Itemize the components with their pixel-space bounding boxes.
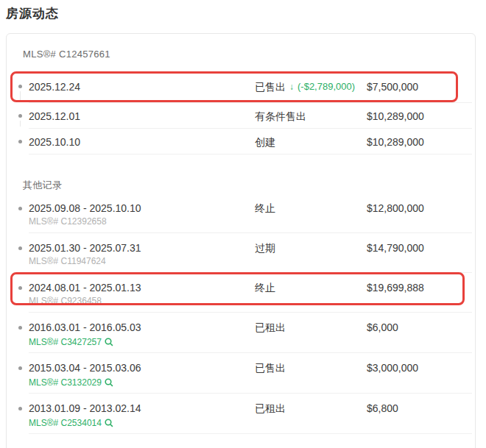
- bullet-dot-icon: [18, 114, 22, 118]
- row-price: $10,289,000: [367, 135, 472, 149]
- timeline-row: 2025.12.01有条件售出$10,289,000: [18, 103, 472, 129]
- bullet-dot-icon: [18, 207, 22, 210]
- mls-sub-label: MLS®# C11947624: [29, 256, 255, 266]
- timeline-row: 2025.09.08 - 2025.10.10MLS®# C12392658终止…: [18, 193, 472, 233]
- row-date-cell: 2025.09.08 - 2025.10.10MLS®# C12392658: [29, 201, 255, 227]
- mls-sub-label: MLS®# C9236458: [29, 296, 255, 306]
- row-date: 2016.03.01 - 2016.05.03: [29, 320, 255, 335]
- listing-history-card: MLS®# C124576612025.12.24已售出↓(-$2,789,00…: [6, 33, 476, 448]
- row-date-cell: 2025.12.24: [29, 79, 255, 94]
- timeline-connector-line: [20, 121, 21, 127]
- row-price: $10,289,000: [367, 109, 472, 124]
- page-title: 房源动态: [6, 6, 59, 22]
- row-price: $12,800,000: [367, 201, 472, 216]
- mls-number-link[interactable]: MLS®# C3132029: [29, 377, 113, 388]
- timeline-row: 2013.01.09 - 2013.02.14MLS®# C2534014已租出…: [18, 394, 472, 434]
- timeline-row: 2025.12.24已售出↓(-$2,789,000)$7,500,000: [18, 71, 472, 103]
- row-status-cell: 终止: [255, 201, 367, 216]
- row-divider: [29, 154, 472, 154]
- row-date-cell: 2025.12.01: [29, 109, 255, 124]
- timeline-row: 2015.03.04 - 2015.03.06MLS®# C3132029已售出…: [18, 353, 472, 394]
- mls-link-label: MLS®# C3132029: [29, 377, 102, 388]
- timeline-row: 2025.10.10创建$10,289,000: [18, 129, 472, 154]
- row-date-cell: 2016.03.01 - 2016.05.03MLS®# C3427257: [29, 320, 255, 348]
- bullet-dot-icon: [18, 407, 22, 410]
- row-status-cell: 已租出: [255, 401, 367, 416]
- row-price: $3,000,000: [367, 360, 472, 375]
- row-date: 2025.10.10: [29, 135, 255, 149]
- status-label: 过期: [255, 241, 275, 255]
- row-status-cell: 创建: [255, 135, 367, 149]
- row-date: 2015.03.04 - 2015.03.06: [29, 360, 255, 375]
- record-group: 其他记录2025.09.08 - 2025.10.10MLS®# C123926…: [18, 178, 472, 434]
- row-date-cell: 2025.10.10: [29, 135, 255, 149]
- bullet-dot-icon: [18, 326, 22, 330]
- timeline-groups: MLS®# C124576612025.12.24已售出↓(-$2,789,00…: [18, 47, 472, 434]
- listing-history-page: 房源动态 MLS®# C124576612025.12.24已售出↓(-$2,7…: [0, 0, 486, 448]
- row-status-cell: 已租出: [255, 320, 367, 335]
- status-label: 创建: [255, 135, 275, 149]
- bullet-dot-icon: [18, 140, 22, 143]
- record-group: MLS®# C124576612025.12.24已售出↓(-$2,789,00…: [18, 47, 472, 154]
- record-rows: 2025.09.08 - 2025.10.10MLS®# C12392658终止…: [18, 193, 472, 434]
- row-price: $14,790,000: [367, 241, 472, 255]
- bullet-dot-icon: [18, 286, 22, 290]
- row-date-cell: 2015.03.04 - 2015.03.06MLS®# C3132029: [29, 360, 255, 388]
- search-icon[interactable]: [105, 419, 113, 427]
- row-date-cell: 2024.08.01 - 2025.01.13MLS®# C9236458: [29, 280, 255, 306]
- row-price: $6,000: [367, 320, 472, 335]
- search-icon[interactable]: [105, 338, 113, 346]
- row-price: $7,500,000: [367, 79, 472, 94]
- row-status-cell: 已售出↓(-$2,789,000): [255, 79, 367, 94]
- row-date-cell: 2013.01.09 - 2013.02.14MLS®# C2534014: [29, 401, 255, 429]
- timeline-connector-line: [20, 91, 21, 101]
- row-date: 2024.08.01 - 2025.01.13: [29, 280, 255, 295]
- bullet-dot-icon: [18, 246, 22, 250]
- group-header: MLS®# C12457661: [23, 47, 472, 62]
- mls-sub-label: MLS®# C12392658: [29, 216, 255, 227]
- bullet-dot-icon: [18, 366, 22, 370]
- row-status-cell: 过期: [255, 241, 367, 255]
- row-status-cell: 终止: [255, 280, 367, 295]
- price-change-amount: (-$2,789,000): [297, 79, 355, 94]
- row-date: 2025.12.24: [29, 79, 255, 94]
- record-rows: 2025.12.24已售出↓(-$2,789,000)$7,500,000202…: [18, 71, 472, 154]
- row-price: $6,800: [367, 401, 472, 416]
- search-icon[interactable]: [105, 378, 113, 387]
- bullet-dot-icon: [18, 85, 22, 88]
- timeline-row: 2025.01.30 - 2025.07.31MLS®# C11947624过期…: [18, 233, 472, 273]
- status-label: 终止: [255, 201, 275, 216]
- price-drop-arrow-icon: ↓: [289, 79, 294, 94]
- row-date: 2025.09.08 - 2025.10.10: [29, 201, 255, 216]
- timeline-row: 2024.08.01 - 2025.01.13MLS®# C9236458终止$…: [18, 273, 472, 313]
- status-label: 已租出: [255, 320, 286, 335]
- status-label: 已售出: [255, 79, 286, 94]
- mls-number-link[interactable]: MLS®# C2534014: [29, 418, 113, 428]
- mls-number-link[interactable]: MLS®# C3427257: [29, 337, 113, 347]
- row-date: 2025.12.01: [29, 109, 255, 124]
- row-divider: [29, 433, 472, 434]
- row-status-cell: 已售出: [255, 360, 367, 375]
- group-header: 其他记录: [23, 178, 472, 193]
- row-date-cell: 2025.01.30 - 2025.07.31MLS®# C11947624: [29, 241, 255, 266]
- row-status-cell: 有条件售出: [255, 109, 367, 124]
- row-date: 2025.01.30 - 2025.07.31: [29, 241, 255, 255]
- status-label: 有条件售出: [255, 109, 306, 124]
- mls-link-label: MLS®# C2534014: [29, 418, 102, 428]
- status-label: 终止: [255, 280, 275, 295]
- status-label: 已售出: [255, 360, 286, 375]
- timeline-row: 2016.03.01 - 2016.05.03MLS®# C3427257已租出…: [18, 313, 472, 353]
- row-price: $19,699,888: [367, 280, 472, 295]
- row-date: 2013.01.09 - 2013.02.14: [29, 401, 255, 416]
- status-label: 已租出: [255, 401, 286, 416]
- mls-link-label: MLS®# C3427257: [29, 337, 102, 347]
